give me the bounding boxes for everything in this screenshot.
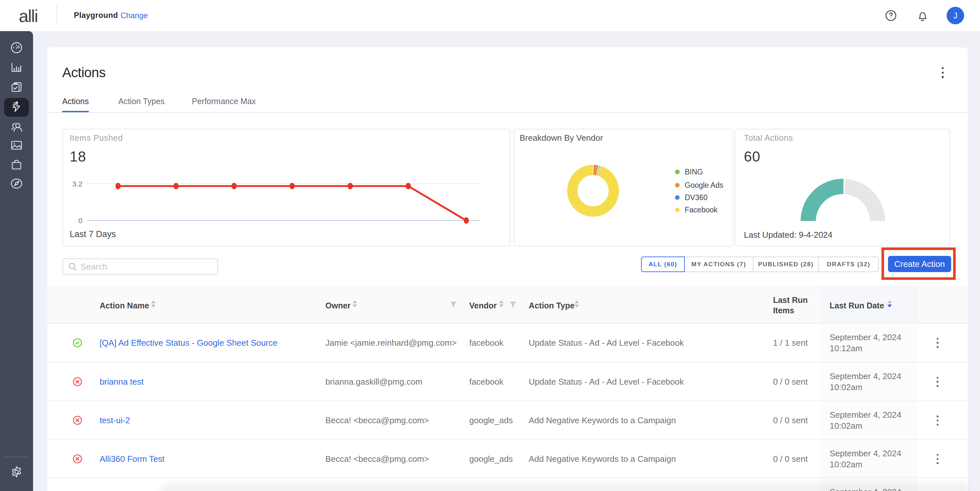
filter-published-28-[interactable]: PUBLISHED (28) (754, 257, 819, 272)
legend-item: Google Ads (675, 181, 723, 190)
legend-label: DV360 (685, 193, 708, 202)
sidebar-item-audiences[interactable] (0, 121, 33, 133)
vendor-cell: google_ads (469, 415, 513, 426)
bag-icon (11, 159, 22, 171)
vendor-cell: facebook (469, 377, 504, 387)
sort-owner[interactable] (353, 300, 357, 308)
filter-my-actions-7-[interactable]: MY ACTIONS (7) (685, 257, 754, 272)
sort-vendor[interactable] (499, 300, 504, 308)
items-cell: 0 / 0 sent (773, 377, 808, 387)
total-actions-gauge (799, 177, 887, 223)
owner-cell: Becca! <becca@pmg.com> (325, 415, 429, 426)
sort-last-run-date[interactable] (887, 300, 892, 308)
row-kebab-menu[interactable] (937, 377, 939, 387)
bottom-shadow (161, 481, 968, 491)
sidebar-item-actions[interactable] (0, 101, 33, 113)
sidebar-divider (5, 457, 29, 457)
gear-icon (10, 465, 23, 479)
owner-cell: Jamie <jamie.reinhard@pmg.com> (325, 338, 457, 348)
search-input[interactable]: Search (62, 258, 218, 275)
vendor-donut-chart (567, 165, 619, 217)
items-cell: 0 / 0 sent (773, 454, 808, 464)
error-icon (73, 454, 82, 464)
action-type-cell: Add Negative Keywords to a Campaign (529, 415, 676, 426)
legend-dot (675, 195, 679, 200)
action-name-link[interactable]: brianna test (100, 377, 143, 387)
change-workspace-link[interactable]: Change (121, 11, 148, 20)
sidebar-item-reports[interactable] (0, 61, 33, 73)
legend-item: BING (675, 167, 703, 177)
notifications-icon[interactable] (917, 10, 928, 21)
search-icon (68, 262, 77, 271)
sidebar-item-settings[interactable] (0, 465, 33, 479)
sidebar-item-insights[interactable] (0, 177, 33, 190)
error-icon (73, 416, 82, 425)
col-vendor[interactable]: Vendor (469, 300, 497, 311)
logo[interactable]: alli (19, 6, 38, 26)
total-actions-label: Total Actions (744, 133, 793, 143)
speedometer-icon (10, 41, 23, 54)
action-name-link[interactable]: [QA] Ad Effective Status - Google Sheet … (100, 338, 277, 348)
sort-action-type[interactable] (574, 300, 579, 308)
tab-performance-max[interactable]: Performance Max (192, 97, 256, 106)
col-last-run-date[interactable]: Last Run Date (830, 300, 884, 311)
vendor-breakdown-title: Breakdown By Vendor (520, 133, 603, 143)
help-icon[interactable] (885, 10, 896, 21)
clipboard-icon (10, 80, 23, 93)
legend-dot (675, 183, 679, 187)
total-actions-value: 60 (744, 148, 760, 165)
people-icon (10, 121, 23, 133)
total-actions-footer: Last Updated: 9-4-2024 (744, 230, 832, 240)
avatar-initial: J (953, 11, 958, 20)
date-cell: September 4, 202410:12am (830, 332, 901, 354)
owner-cell: Becca! <becca@pmg.com> (325, 454, 429, 464)
date-cell: September 4, 202410:02am (830, 371, 901, 393)
legend-dot (675, 207, 679, 212)
col-action-name[interactable]: Action Name (100, 300, 149, 311)
search-placeholder: Search (81, 262, 107, 272)
vendor-cell: google_ads (469, 454, 513, 464)
action-name-link[interactable]: Alli360 Form Test (100, 454, 164, 464)
items-cell: 1 / 1 sent (773, 338, 808, 348)
col-action-type[interactable]: Action Type (529, 300, 574, 311)
avatar[interactable]: J (947, 7, 964, 24)
row-kebab-menu[interactable] (937, 338, 939, 348)
active-tab-underline (62, 111, 89, 112)
sidebar-item-tasks[interactable] (0, 80, 33, 93)
page-kebab-menu[interactable] (942, 67, 944, 78)
col-last-run-items: Last RunItems (773, 295, 808, 316)
filter-owner-icon[interactable] (450, 301, 457, 308)
sidebar-item-media[interactable] (0, 139, 33, 151)
sidebar-item-dashboard[interactable] (0, 41, 33, 54)
legend-label: BING (685, 168, 703, 177)
row-kebab-menu[interactable] (937, 454, 939, 464)
sort-action-name[interactable] (151, 300, 156, 308)
date-cell: September 4, 202410:02am (830, 448, 901, 470)
error-icon (73, 377, 82, 386)
legend-label: Google Ads (685, 181, 723, 190)
filter-vendor-icon[interactable] (509, 301, 517, 308)
legend-dot (675, 170, 679, 174)
tabs-border (47, 112, 968, 113)
legend-item: DV360 (675, 193, 708, 202)
image-icon (10, 139, 23, 151)
success-icon (73, 338, 82, 348)
filter-drafts-32-[interactable]: DRAFTS (32) (819, 257, 879, 272)
tab-action-types[interactable]: Action Types (118, 97, 165, 106)
tab-actions[interactable]: Actions (62, 97, 89, 106)
sidebar-item-shop[interactable] (0, 159, 33, 171)
action-type-cell: Update Status - Ad - Ad Level - Facebook (529, 338, 684, 348)
row-kebab-menu[interactable] (937, 415, 939, 426)
annotation-highlight (881, 247, 956, 280)
col-owner[interactable]: Owner (325, 300, 351, 311)
action-type-cell: Update Status - Ad - Ad Level - Facebook (529, 377, 684, 387)
page-title: Actions (62, 65, 106, 80)
owner-cell: brianna.gaskill@pmg.com (325, 377, 423, 387)
lightning-icon (11, 101, 22, 113)
items-pushed-chart (62, 129, 511, 247)
filter-all-60-[interactable]: ALL (60) (641, 257, 684, 272)
action-type-cell: Add Negative Keywords to a Campaign (529, 454, 676, 464)
action-name-link[interactable]: test-ui-2 (100, 415, 130, 426)
vendor-cell: facebook (469, 338, 504, 348)
legend-item: Facebook (675, 205, 718, 214)
